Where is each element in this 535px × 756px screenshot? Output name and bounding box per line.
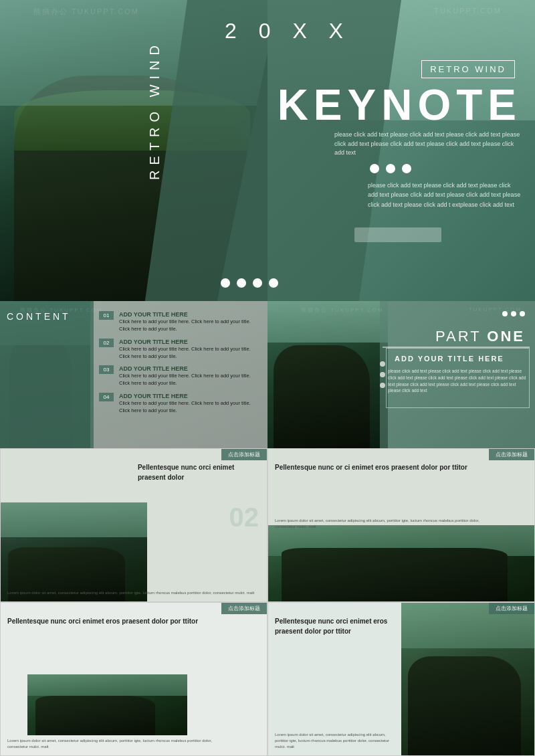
item-body-3: Click here to add your title here. Click… — [119, 372, 259, 387]
part-left-dots — [380, 361, 385, 388]
item-title-2: ADD YOUR TITLE HERE — [119, 339, 259, 345]
slide-1: 2 0 X X RETRO WIND RETRO WIND KEYNOTE pl… — [0, 0, 535, 301]
item-title-3: ADD YOUR TITLE HERE — [119, 365, 259, 372]
cta-button[interactable] — [354, 227, 441, 242]
item-num-1: 01 — [99, 311, 114, 320]
dot-2 — [386, 164, 395, 173]
slide-card-right: 点击添加标题 Pellentesque nunc or ci enimet er… — [268, 448, 535, 602]
item-body-2: Click here to add your title here. Click… — [119, 345, 259, 361]
card-text-right: Pellentesque nunc orci enimet praesent d… — [138, 462, 260, 486]
year-text: 2 0 X X — [225, 19, 351, 43]
item-num-3: 03 — [99, 365, 114, 374]
item-num-4: 04 — [99, 393, 114, 401]
slide4-body-right: Lorem ipsum dolor sit amet, consectetur … — [275, 732, 400, 750]
part-one-label: PART ONE — [435, 328, 525, 345]
card-main-title-right: Pellentesque nunc or ci enimet eros prae… — [275, 462, 488, 472]
faded-num-left: 02 — [229, 502, 259, 533]
part-dots — [502, 311, 525, 316]
slide4-image-right — [401, 603, 534, 755]
card-body-right: Lorem ipsum dolor sit amet, consectetur … — [275, 518, 488, 530]
card-body-left: Lorem ipsum dolor sit amet, consectetur … — [1, 590, 267, 596]
card-main-title-left: Pellentesque nunc orci enimet praesent d… — [138, 462, 260, 482]
slide-row-4: 点击添加标题 Pellentesque nunc orci enimet ero… — [0, 602, 535, 756]
bottom-dot-1 — [221, 278, 230, 288]
slide4-add-title-right: 点击添加标题 — [489, 603, 534, 614]
dots-decoration — [370, 164, 411, 173]
slide4-text-left: Pellentesque nunc orci enimet eros praes… — [7, 616, 233, 626]
part-ldot-2 — [380, 372, 385, 377]
secondary-description: please click add text please click add t… — [368, 181, 522, 209]
card-text-top-right: Pellentesque nunc or ci enimet eros prae… — [275, 462, 488, 472]
content-item-1: 01 ADD YOUR TITLE HERE Click here to add… — [99, 311, 259, 333]
item-title-4: ADD YOUR TITLE HERE — [119, 393, 259, 399]
bottom-dot-2 — [237, 278, 246, 288]
content-item-2: 02 ADD YOUR TITLE HERE Click here to add… — [99, 339, 259, 361]
card-image-right — [268, 525, 534, 601]
part-ldot-1 — [380, 361, 385, 367]
slide4-main-title-right: Pellentesque nunc orci enimet eros praes… — [275, 616, 400, 636]
keynote-title: KEYNOTE — [278, 80, 522, 130]
slide4-body-left: Lorem ipsum dolor sit amet, consectetur … — [7, 738, 233, 750]
item-body-1: Click here to add your title here. Click… — [119, 318, 259, 333]
part-dot-1 — [502, 311, 508, 316]
vertical-retro-wind: RETRO WIND — [147, 40, 163, 180]
slide-card-left: 点击添加标题 Pellentesque nunc orci enimet pra… — [0, 448, 268, 602]
slide-content: CONTENT 熊猫办公 TUKUPPT.COM 01 ADD YOUR TIT… — [0, 301, 268, 448]
retro-wind-box: RETRO WIND — [421, 60, 515, 78]
slide4-add-title-left: 点击添加标题 — [221, 603, 267, 614]
content-item-3: 03 ADD YOUR TITLE HERE Click here to add… — [99, 365, 259, 387]
dot-3 — [402, 164, 411, 173]
part-ldot-3 — [380, 383, 385, 388]
item-title-1: ADD YOUR TITLE HERE — [119, 311, 259, 318]
part-one-bold: ONE — [487, 328, 525, 345]
part-body-text: please click add text please click add t… — [388, 368, 528, 394]
slide-4-right: 点击添加标题 Pellentesque nunc orci enimet ero… — [268, 602, 535, 756]
slide-part-one: 熊猫办公 TUKUPPT.COM TUKUPPT.COM PART ONE AD… — [268, 301, 535, 448]
bottom-dot-4 — [269, 278, 278, 288]
card-add-title-left: 点击添加标题 — [221, 449, 267, 460]
slide4-image-left — [27, 674, 187, 735]
item-num-2: 02 — [99, 339, 114, 347]
content-items-list: 01 ADD YOUR TITLE HERE Click here to add… — [99, 311, 259, 419]
content-label: CONTENT — [7, 311, 71, 322]
item-body-4: Click here to add your title here. Click… — [119, 399, 259, 415]
content-item-4: 04 ADD YOUR TITLE HERE Click here to add… — [99, 393, 259, 415]
dot-1 — [370, 164, 379, 173]
slide-4-left: 点击添加标题 Pellentesque nunc orci enimet ero… — [0, 602, 268, 756]
slide4-main-title-left: Pellentesque nunc orci enimet eros praes… — [7, 616, 233, 626]
bottom-dots-row — [221, 278, 278, 288]
card-image-left — [1, 502, 147, 601]
content-teal-overlay — [0, 301, 94, 448]
card-add-title-right: 点击添加标题 — [489, 449, 534, 460]
part-dot-2 — [511, 311, 516, 316]
bottom-dot-3 — [253, 278, 262, 288]
part-subtitle: ADD YOUR TITLE HERE — [395, 355, 528, 363]
subtitle-text: please click add text please click add t… — [334, 130, 522, 158]
slide4-text-right: Pellentesque nunc orci enimet eros praes… — [275, 616, 400, 636]
part-image — [268, 301, 388, 448]
slide-row-3: 点击添加标题 Pellentesque nunc orci enimet pra… — [0, 448, 535, 602]
slide-row-2: CONTENT 熊猫办公 TUKUPPT.COM 01 ADD YOUR TIT… — [0, 301, 535, 448]
part-dot-3 — [520, 311, 525, 316]
